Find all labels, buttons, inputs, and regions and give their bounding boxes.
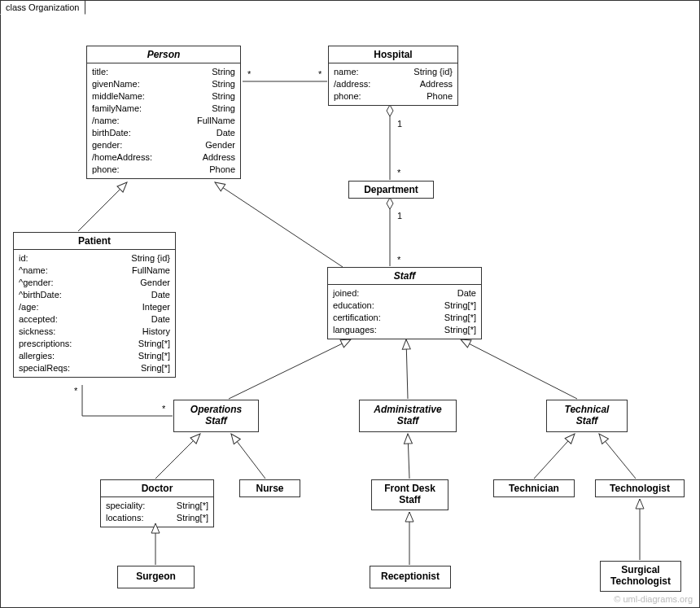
class-title: Nurse bbox=[240, 480, 300, 496]
class-title: Hospital bbox=[329, 46, 457, 63]
attr-row: /age:Integer bbox=[19, 301, 170, 313]
attr-row: phone:Phone bbox=[334, 90, 453, 103]
class-receptionist: Receptionist bbox=[370, 566, 451, 588]
attr-row: allergies:String[*] bbox=[19, 350, 170, 362]
attr-row: givenName:String bbox=[92, 78, 235, 90]
class-title: Technician bbox=[494, 480, 574, 496]
class-title: Doctor bbox=[101, 480, 213, 497]
class-doctor: Doctor speciality:String[*]locations:Str… bbox=[100, 479, 214, 527]
attr-row: joined:Date bbox=[333, 287, 476, 300]
attr-row: accepted:Date bbox=[19, 313, 170, 326]
attr-row: gender:Gender bbox=[92, 139, 235, 151]
attr-row: certification:String[*] bbox=[333, 312, 476, 324]
class-administrative-staff: AdministrativeStaff bbox=[359, 400, 457, 432]
class-title: Surgeon bbox=[118, 566, 194, 584]
class-title: Technologist bbox=[596, 480, 684, 496]
attr-row: sickness:History bbox=[19, 326, 170, 338]
frame-title: class Organization bbox=[6, 2, 80, 12]
attr-row: languages:String[*] bbox=[333, 324, 476, 336]
attr-row: birthDate:Date bbox=[92, 127, 235, 139]
class-title: Receptionist bbox=[370, 566, 450, 584]
svg-line-5 bbox=[229, 339, 351, 399]
class-attrs: speciality:String[*]locations:String[*] bbox=[101, 497, 213, 527]
attr-row: phone:Phone bbox=[92, 164, 235, 176]
watermark: © uml-diagrams.org bbox=[614, 594, 693, 604]
attr-row: locations:String[*] bbox=[106, 512, 208, 524]
svg-line-7 bbox=[461, 339, 577, 399]
attr-row: prescriptions:String[*] bbox=[19, 338, 170, 350]
class-person: Person title:StringgivenName:Stringmiddl… bbox=[86, 46, 241, 179]
class-attrs: joined:Dateeducation:String[*]certificat… bbox=[328, 285, 481, 339]
frame-title-tab: class Organization bbox=[0, 0, 85, 15]
attr-row: familyName:String bbox=[92, 103, 235, 115]
svg-line-9 bbox=[231, 434, 265, 479]
attr-row: ^gender:Gender bbox=[19, 277, 170, 289]
class-title: Front DeskStaff bbox=[372, 480, 448, 508]
svg-line-6 bbox=[406, 339, 408, 399]
class-title: Person bbox=[87, 46, 240, 63]
class-hospital: Hospital name:String {id}/address:Addres… bbox=[328, 46, 458, 106]
class-title: Staff bbox=[328, 268, 481, 285]
svg-line-10 bbox=[408, 434, 409, 479]
class-technical-staff: TechnicalStaff bbox=[546, 400, 628, 432]
class-title: Patient bbox=[14, 233, 175, 250]
attr-row: ^birthDate:Date bbox=[19, 289, 170, 301]
attr-row: /address:Address bbox=[334, 78, 453, 90]
attr-row: speciality:String[*] bbox=[106, 500, 208, 512]
class-surgeon: Surgeon bbox=[117, 566, 195, 588]
mult-label: * bbox=[318, 69, 322, 79]
mult-label: * bbox=[247, 69, 252, 79]
class-front-desk-staff: Front DeskStaff bbox=[371, 479, 448, 510]
class-title: OperationsStaff bbox=[174, 400, 258, 429]
class-title: AdministrativeStaff bbox=[360, 400, 456, 429]
mult-label: 1 bbox=[397, 211, 402, 221]
class-nurse: Nurse bbox=[239, 479, 300, 497]
attr-row: ^name:FullName bbox=[19, 265, 170, 277]
attr-row: title:String bbox=[92, 66, 235, 78]
svg-line-11 bbox=[534, 434, 575, 479]
attr-row: name:String {id} bbox=[334, 66, 453, 78]
class-attrs: name:String {id}/address:Addressphone:Ph… bbox=[329, 63, 457, 105]
mult-label: * bbox=[397, 255, 401, 265]
class-title: TechnicalStaff bbox=[547, 400, 627, 429]
diagram-frame: class Organization Person title:Stringgi… bbox=[0, 0, 700, 608]
attr-row: /homeAddress:Address bbox=[92, 151, 235, 164]
class-attrs: id:String {id}^name:FullName^gender:Gend… bbox=[14, 250, 175, 377]
class-technologist: Technologist bbox=[595, 479, 685, 497]
mult-label: 1 bbox=[397, 119, 402, 129]
svg-line-4 bbox=[215, 182, 343, 267]
class-title: SurgicalTechnologist bbox=[601, 562, 680, 589]
class-department: Department bbox=[348, 181, 434, 199]
attr-row: education:String[*] bbox=[333, 300, 476, 312]
attr-row: specialReqs:Sring[*] bbox=[19, 362, 170, 374]
class-staff: Staff joined:Dateeducation:String[*]cert… bbox=[327, 267, 482, 339]
svg-line-3 bbox=[78, 182, 127, 231]
class-technician: Technician bbox=[493, 479, 575, 497]
attr-row: middleName:String bbox=[92, 90, 235, 103]
svg-line-12 bbox=[599, 434, 636, 479]
mult-label: * bbox=[397, 168, 401, 177]
attr-row: /name:FullName bbox=[92, 115, 235, 127]
mult-label: * bbox=[162, 404, 166, 413]
class-attrs: title:StringgivenName:StringmiddleName:S… bbox=[87, 63, 240, 178]
class-patient: Patient id:String {id}^name:FullName^gen… bbox=[13, 232, 176, 378]
class-title: Department bbox=[349, 182, 433, 198]
attr-row: id:String {id} bbox=[19, 252, 170, 265]
class-operations-staff: OperationsStaff bbox=[173, 400, 259, 432]
svg-line-8 bbox=[155, 434, 200, 479]
class-surgical-technologist: SurgicalTechnologist bbox=[600, 561, 681, 592]
mult-label: * bbox=[74, 386, 78, 396]
